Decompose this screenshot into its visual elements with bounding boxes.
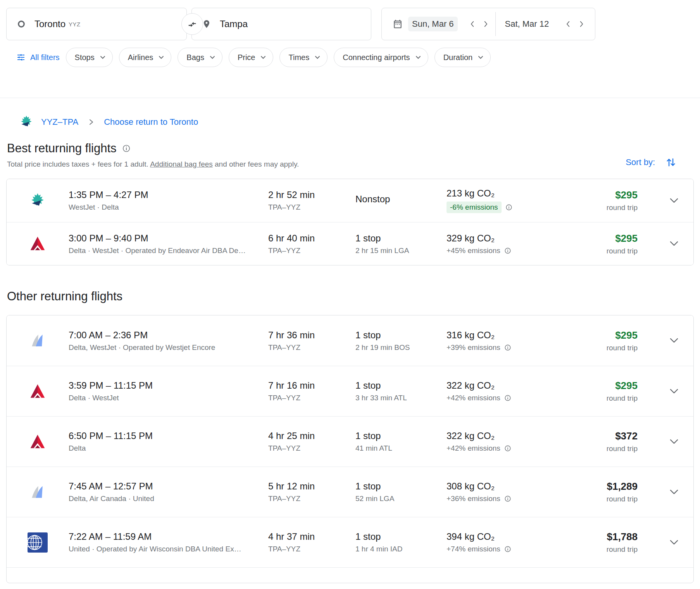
flight-times-cell: 6:50 PM – 11:15 PM Delta	[69, 431, 268, 453]
info-circle-icon[interactable]	[504, 394, 511, 401]
info-circle-icon[interactable]	[504, 445, 511, 452]
depart-date-group: Sun, Mar 6	[403, 17, 492, 31]
chevron-down-icon	[668, 388, 680, 395]
calendar-icon	[393, 19, 403, 29]
flight-co2: 213 kg CO₂	[447, 188, 603, 199]
flight-stop-detail: 41 min ATL	[355, 444, 447, 453]
flight-row[interactable]: 3:00 PM – 9:40 PM Delta · WestJet · Oper…	[7, 222, 693, 265]
chip-label: Bags	[186, 53, 204, 62]
info-circle-icon[interactable]	[504, 247, 511, 254]
flight-stops: 1 stop	[355, 431, 447, 441]
flight-duration-cell: 7 hr 36 min TPA–YYZ	[268, 330, 355, 352]
expand-flight-button[interactable]	[655, 240, 693, 248]
filter-chip-price[interactable]: Price	[229, 48, 274, 67]
flight-route: TPA–YYZ	[268, 246, 355, 255]
flight-times: 7:00 AM – 2:36 PM	[69, 330, 268, 341]
flight-route: TPA–YYZ	[268, 494, 355, 503]
flight-stops: Nonstop	[355, 194, 447, 205]
emissions-text: +42% emissions	[447, 444, 500, 453]
chevron-down-icon	[668, 240, 680, 248]
flight-row[interactable]: 1:35 PM – 4:27 PM WestJet · Delta 2 hr 5…	[7, 179, 693, 222]
info-circle-icon[interactable]	[504, 344, 511, 351]
bag-fees-link[interactable]: Additional bag fees	[150, 160, 213, 168]
return-date[interactable]: Sat, Mar 12	[505, 19, 549, 29]
expand-flight-button[interactable]	[655, 388, 693, 395]
filter-chip-connecting-airports[interactable]: Connecting airports	[334, 48, 428, 67]
info-circle-icon[interactable]	[122, 144, 131, 153]
flight-airlines: Delta, WestJet · Operated by Westjet Enc…	[69, 343, 255, 352]
return-prev-button[interactable]	[562, 17, 575, 31]
other-flights-list: 7:00 AM – 2:36 PM Delta, WestJet · Opera…	[6, 315, 694, 583]
all-filters-button[interactable]: All filters	[12, 53, 60, 62]
info-circle-icon[interactable]	[504, 495, 511, 502]
return-next-button[interactable]	[575, 17, 588, 31]
expand-flight-button[interactable]	[655, 197, 693, 205]
flight-duration-cell: 5 hr 12 min TPA–YYZ	[268, 481, 355, 503]
depart-date[interactable]: Sun, Mar 6	[408, 17, 458, 31]
flight-airlines: United · Operated by Air Wisconsin DBA U…	[69, 545, 255, 553]
other-flights-title: Other returning flights	[7, 289, 694, 303]
flight-price-cell: $372 round trip	[603, 430, 655, 453]
destination-field[interactable]: Tampa	[191, 8, 371, 40]
filter-chip-times[interactable]: Times	[279, 48, 328, 67]
flight-price-cell: $295 round trip	[603, 189, 655, 212]
flight-airlines: WestJet · Delta	[69, 203, 255, 212]
flight-times: 7:45 AM – 12:57 PM	[69, 481, 268, 492]
chevron-down-icon	[668, 539, 680, 546]
info-circle-icon[interactable]	[505, 204, 512, 211]
flight-duration-cell: 4 hr 37 min TPA–YYZ	[268, 531, 355, 553]
flight-times: 6:50 PM – 11:15 PM	[69, 431, 268, 441]
sort-by-button[interactable]: Sort by:	[626, 157, 676, 168]
expand-flight-button[interactable]	[655, 337, 693, 344]
delta-logo-icon	[7, 235, 69, 252]
swap-direction-button[interactable]	[181, 13, 203, 35]
flight-stops: 1 stop	[355, 330, 447, 341]
expand-flight-button[interactable]	[655, 438, 693, 446]
chip-label: Times	[288, 53, 309, 62]
westjet-logo-icon	[19, 115, 34, 129]
flight-duration: 7 hr 16 min	[268, 380, 355, 391]
return-date-group: Sat, Mar 12	[499, 17, 588, 31]
westjet-logo-icon	[7, 192, 69, 209]
best-flights-title-text: Best returning flights	[7, 141, 117, 155]
filter-chip-stops[interactable]: Stops	[66, 48, 113, 67]
depart-next-button[interactable]	[479, 17, 492, 31]
flight-stops: 1 stop	[355, 380, 447, 391]
flight-emissions-cell: 322 kg CO₂ +42% emissions	[447, 431, 603, 453]
flight-route: TPA–YYZ	[268, 343, 355, 352]
flight-row[interactable]: 7:45 AM – 12:57 PM Delta, Air Canada · U…	[7, 467, 693, 517]
filter-chip-bags[interactable]: Bags	[178, 48, 222, 67]
delta-westjet-combo-logo-icon	[7, 332, 69, 349]
flight-duration: 4 hr 37 min	[268, 531, 355, 542]
info-circle-icon[interactable]	[504, 546, 511, 553]
filter-chip-airlines[interactable]: Airlines	[119, 48, 172, 67]
delta-air-canada-united-combo-logo-icon	[7, 484, 69, 501]
best-flights-list: 1:35 PM – 4:27 PM WestJet · Delta 2 hr 5…	[6, 179, 694, 265]
breadcrumb-current-link[interactable]: Choose return to Toronto	[104, 117, 198, 127]
destination-city: Tampa	[220, 19, 248, 29]
section-divider	[0, 98, 700, 98]
flight-times: 3:00 PM – 9:40 PM	[69, 233, 268, 244]
expand-flight-button[interactable]	[655, 488, 693, 496]
flight-route: TPA–YYZ	[268, 394, 355, 402]
flight-co2: 322 kg CO₂	[447, 380, 603, 391]
origin-code: YYZ	[69, 21, 81, 28]
breadcrumb-route-link[interactable]: YYZ–TPA	[41, 117, 78, 127]
search-bar: Toronto YYZ Tampa Sun, Mar 6	[6, 8, 694, 40]
origin-field[interactable]: Toronto YYZ	[6, 8, 187, 40]
flight-row[interactable]: 6:50 PM – 11:15 PM Delta 4 hr 25 min TPA…	[7, 416, 693, 467]
flight-airlines: Delta, Air Canada · United	[69, 494, 255, 503]
flight-row[interactable]: 3:59 PM – 11:15 PM Delta · WestJet 7 hr …	[7, 366, 693, 416]
best-flights-header: Best returning flights Total price inclu…	[6, 141, 694, 169]
emissions-text: +39% emissions	[447, 343, 500, 352]
flight-emissions-cell: 213 kg CO₂ -6% emissions	[447, 188, 603, 213]
expand-flight-button[interactable]	[655, 539, 693, 546]
filter-chip-duration[interactable]: Duration	[434, 48, 491, 67]
flight-row[interactable]: 7:22 AM – 11:59 AM United · Operated by …	[7, 517, 693, 567]
flight-stop-detail: 1 hr 4 min IAD	[355, 545, 447, 553]
flight-co2: 329 kg CO₂	[447, 233, 603, 244]
flight-stops-cell: 1 stop 41 min ATL	[355, 431, 447, 453]
price-note: round trip	[603, 247, 638, 255]
depart-prev-button[interactable]	[466, 17, 479, 31]
flight-row[interactable]: 7:00 AM – 2:36 PM Delta, WestJet · Opera…	[7, 315, 693, 366]
